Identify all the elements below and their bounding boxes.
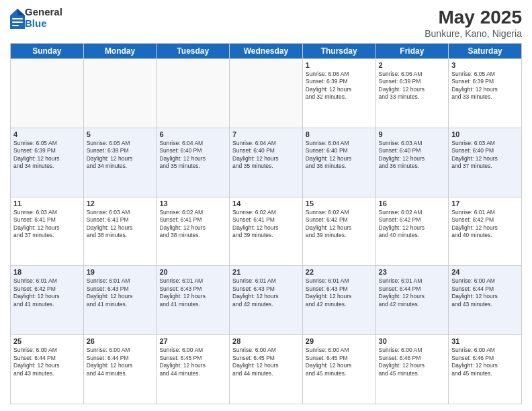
day-info: Sunrise: 6:02 AM Sunset: 6:41 PM Dayligh… [159, 209, 226, 240]
day-info: Sunrise: 6:02 AM Sunset: 6:42 PM Dayligh… [306, 209, 373, 240]
calendar-cell: 26Sunrise: 6:00 AM Sunset: 6:44 PM Dayli… [83, 335, 157, 404]
logo-blue: Blue [25, 18, 62, 30]
day-number: 25 [13, 337, 81, 345]
day-info: Sunrise: 6:05 AM Sunset: 6:39 PM Dayligh… [13, 140, 81, 171]
day-info: Sunrise: 6:00 AM Sunset: 6:45 PM Dayligh… [159, 347, 226, 377]
calendar-cell [11, 59, 84, 128]
day-info: Sunrise: 6:00 AM Sunset: 6:44 PM Dayligh… [451, 277, 519, 308]
calendar-cell: 30Sunrise: 6:00 AM Sunset: 6:46 PM Dayli… [375, 335, 449, 404]
day-header-thursday: Thursday [302, 44, 375, 59]
day-info: Sunrise: 6:01 AM Sunset: 6:43 PM Dayligh… [232, 277, 300, 308]
day-info: Sunrise: 6:06 AM Sunset: 6:39 PM Dayligh… [379, 71, 446, 101]
day-number: 16 [379, 199, 446, 208]
day-info: Sunrise: 6:01 AM Sunset: 6:42 PM Dayligh… [13, 277, 81, 308]
day-header-saturday: Saturday [449, 44, 522, 59]
day-info: Sunrise: 6:05 AM Sunset: 6:39 PM Dayligh… [87, 140, 154, 171]
calendar-week-5: 25Sunrise: 6:00 AM Sunset: 6:44 PM Dayli… [11, 335, 522, 404]
svg-marker-1 [17, 9, 25, 15]
calendar-cell: 12Sunrise: 6:03 AM Sunset: 6:41 PM Dayli… [83, 197, 157, 266]
calendar-cell: 27Sunrise: 6:00 AM Sunset: 6:45 PM Dayli… [157, 335, 230, 404]
day-info: Sunrise: 6:01 AM Sunset: 6:43 PM Dayligh… [306, 277, 373, 308]
calendar-cell: 4Sunrise: 6:05 AM Sunset: 6:39 PM Daylig… [11, 128, 84, 197]
calendar-cell: 23Sunrise: 6:01 AM Sunset: 6:44 PM Dayli… [375, 266, 449, 335]
day-number: 15 [306, 199, 373, 208]
calendar-cell: 20Sunrise: 6:01 AM Sunset: 6:43 PM Dayli… [157, 266, 230, 335]
page: General Blue May 2025 Bunkure, Kano, Nig… [0, 0, 532, 411]
day-number: 22 [306, 268, 373, 276]
logo-text: General Blue [25, 7, 62, 29]
day-info: Sunrise: 6:00 AM Sunset: 6:44 PM Dayligh… [13, 347, 81, 377]
calendar-header-row: SundayMondayTuesdayWednesdayThursdayFrid… [11, 44, 522, 59]
day-number: 9 [379, 130, 446, 138]
calendar-table: SundayMondayTuesdayWednesdayThursdayFrid… [10, 43, 522, 404]
day-info: Sunrise: 6:03 AM Sunset: 6:41 PM Dayligh… [87, 209, 154, 240]
day-number: 14 [232, 199, 300, 208]
day-info: Sunrise: 6:05 AM Sunset: 6:39 PM Dayligh… [451, 71, 519, 101]
day-info: Sunrise: 6:01 AM Sunset: 6:42 PM Dayligh… [451, 209, 519, 240]
calendar-cell: 29Sunrise: 6:00 AM Sunset: 6:45 PM Dayli… [302, 335, 375, 404]
day-info: Sunrise: 6:01 AM Sunset: 6:43 PM Dayligh… [87, 277, 154, 308]
day-number: 13 [159, 199, 226, 208]
calendar-cell: 11Sunrise: 6:03 AM Sunset: 6:41 PM Dayli… [11, 197, 84, 266]
day-number: 20 [159, 268, 226, 276]
day-number: 1 [306, 61, 373, 69]
day-info: Sunrise: 6:02 AM Sunset: 6:41 PM Dayligh… [232, 209, 300, 240]
month-title: May 2025 [425, 7, 522, 28]
day-number: 12 [87, 199, 154, 208]
calendar-cell: 3Sunrise: 6:05 AM Sunset: 6:39 PM Daylig… [449, 59, 522, 128]
day-info: Sunrise: 6:04 AM Sunset: 6:40 PM Dayligh… [159, 140, 226, 171]
day-info: Sunrise: 6:03 AM Sunset: 6:40 PM Dayligh… [451, 140, 519, 171]
day-number: 11 [13, 199, 81, 208]
day-header-monday: Monday [83, 44, 157, 59]
calendar-cell: 15Sunrise: 6:02 AM Sunset: 6:42 PM Dayli… [302, 197, 375, 266]
day-info: Sunrise: 6:00 AM Sunset: 6:44 PM Dayligh… [87, 347, 154, 377]
day-header-wednesday: Wednesday [230, 44, 303, 59]
calendar-cell: 13Sunrise: 6:02 AM Sunset: 6:41 PM Dayli… [157, 197, 230, 266]
calendar-cell: 31Sunrise: 6:00 AM Sunset: 6:46 PM Dayli… [449, 335, 522, 404]
day-number: 10 [451, 130, 519, 138]
day-info: Sunrise: 6:00 AM Sunset: 6:46 PM Dayligh… [451, 347, 519, 377]
calendar-cell: 19Sunrise: 6:01 AM Sunset: 6:43 PM Dayli… [83, 266, 157, 335]
calendar-cell: 5Sunrise: 6:05 AM Sunset: 6:39 PM Daylig… [83, 128, 157, 197]
calendar-cell: 16Sunrise: 6:02 AM Sunset: 6:42 PM Dayli… [375, 197, 449, 266]
logo-icon [10, 9, 24, 28]
day-number: 23 [379, 268, 446, 276]
calendar-cell: 28Sunrise: 6:00 AM Sunset: 6:45 PM Dayli… [230, 335, 303, 404]
day-info: Sunrise: 6:00 AM Sunset: 6:46 PM Dayligh… [379, 347, 446, 377]
day-number: 31 [451, 337, 519, 345]
day-number: 18 [13, 268, 81, 276]
day-number: 21 [232, 268, 300, 276]
header: General Blue May 2025 Bunkure, Kano, Nig… [10, 7, 522, 39]
calendar-cell: 10Sunrise: 6:03 AM Sunset: 6:40 PM Dayli… [449, 128, 522, 197]
day-number: 30 [379, 337, 446, 345]
calendar-cell: 2Sunrise: 6:06 AM Sunset: 6:39 PM Daylig… [375, 59, 449, 128]
calendar-week-3: 11Sunrise: 6:03 AM Sunset: 6:41 PM Dayli… [11, 197, 522, 266]
svg-rect-4 [12, 25, 19, 26]
day-info: Sunrise: 6:03 AM Sunset: 6:41 PM Dayligh… [13, 209, 81, 240]
svg-rect-3 [12, 21, 23, 23]
day-info: Sunrise: 6:04 AM Sunset: 6:40 PM Dayligh… [232, 140, 300, 171]
day-info: Sunrise: 6:01 AM Sunset: 6:44 PM Dayligh… [379, 277, 446, 308]
calendar-cell: 21Sunrise: 6:01 AM Sunset: 6:43 PM Dayli… [230, 266, 303, 335]
day-number: 17 [451, 199, 519, 208]
day-number: 7 [232, 130, 300, 138]
day-number: 19 [87, 268, 154, 276]
day-number: 26 [87, 337, 154, 345]
calendar-week-4: 18Sunrise: 6:01 AM Sunset: 6:42 PM Dayli… [11, 266, 522, 335]
calendar-cell: 1Sunrise: 6:06 AM Sunset: 6:39 PM Daylig… [302, 59, 375, 128]
logo: General Blue [10, 7, 62, 29]
day-number: 29 [306, 337, 373, 345]
day-number: 28 [232, 337, 300, 345]
day-number: 5 [87, 130, 154, 138]
calendar-cell: 9Sunrise: 6:03 AM Sunset: 6:40 PM Daylig… [375, 128, 449, 197]
day-number: 3 [451, 61, 519, 69]
day-number: 27 [159, 337, 226, 345]
day-number: 2 [379, 61, 446, 69]
day-info: Sunrise: 6:01 AM Sunset: 6:43 PM Dayligh… [159, 277, 226, 308]
day-header-sunday: Sunday [11, 44, 84, 59]
calendar-cell [83, 59, 157, 128]
calendar-cell: 22Sunrise: 6:01 AM Sunset: 6:43 PM Dayli… [302, 266, 375, 335]
calendar-cell: 14Sunrise: 6:02 AM Sunset: 6:41 PM Dayli… [230, 197, 303, 266]
day-number: 8 [306, 130, 373, 138]
calendar-cell: 7Sunrise: 6:04 AM Sunset: 6:40 PM Daylig… [230, 128, 303, 197]
